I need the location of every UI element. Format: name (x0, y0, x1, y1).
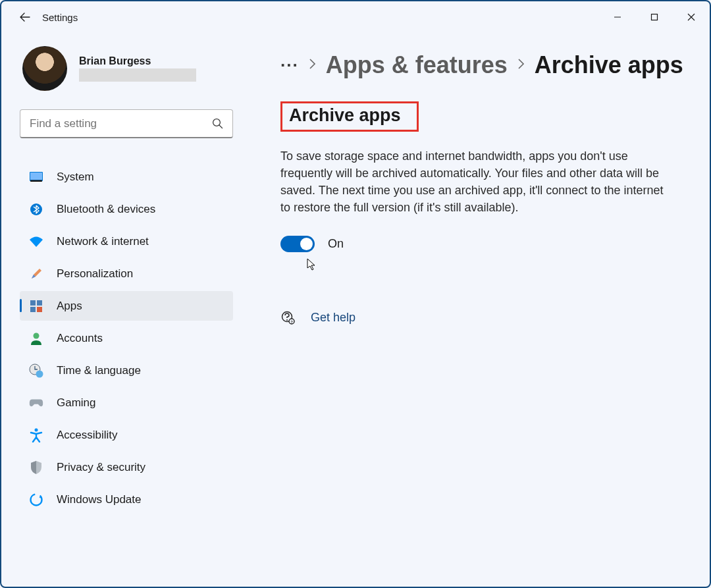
sidebar-item-accounts[interactable]: Accounts (20, 323, 233, 353)
search-icon (212, 118, 223, 129)
sidebar-item-label: Windows Update (57, 493, 142, 506)
sidebar-item-label: Privacy & security (57, 461, 145, 474)
svg-point-16 (286, 319, 288, 321)
breadcrumb-parent[interactable]: Apps & features (326, 51, 508, 79)
close-icon (687, 13, 695, 21)
wifi-icon (29, 234, 43, 249)
sidebar-item-label: Network & internet (57, 235, 149, 248)
close-button[interactable] (673, 4, 710, 30)
sidebar-item-label: Personalization (57, 267, 133, 281)
update-icon (29, 493, 43, 507)
sidebar-item-system[interactable]: System (20, 162, 233, 192)
sidebar-item-label: Time & language (57, 364, 141, 377)
svg-rect-4 (30, 180, 42, 182)
person-icon (29, 331, 43, 346)
archive-apps-toggle[interactable] (280, 236, 315, 252)
clock-globe-icon (29, 363, 43, 378)
svg-rect-8 (30, 307, 36, 312)
profile-email-redacted (79, 68, 196, 82)
breadcrumb-ellipsis[interactable]: ··· (280, 55, 299, 76)
toggle-knob (300, 238, 313, 250)
sidebar-item-label: Gaming (57, 396, 96, 410)
sidebar-item-label: Accessibility (57, 429, 118, 442)
back-button[interactable] (12, 4, 38, 30)
apps-icon (29, 299, 43, 313)
chevron-right-icon (517, 57, 525, 74)
svg-rect-6 (30, 300, 36, 306)
paintbrush-icon (29, 267, 43, 281)
svg-rect-9 (37, 307, 42, 312)
svg-rect-3 (30, 173, 42, 180)
maximize-button[interactable] (636, 4, 673, 30)
sidebar-item-personalization[interactable]: Personalization (20, 259, 233, 288)
minimize-icon (614, 13, 621, 21)
sidebar-item-label: Accounts (57, 332, 103, 345)
bluetooth-icon (29, 202, 43, 217)
profile-name: Brian Burgess (79, 55, 196, 67)
window-title: Settings (42, 12, 78, 23)
search-input[interactable] (30, 117, 212, 130)
svg-point-12 (36, 370, 43, 377)
arrow-left-icon (20, 12, 30, 22)
svg-rect-0 (652, 14, 658, 20)
accessibility-icon (29, 428, 43, 442)
sidebar-item-time-language[interactable]: Time & language (20, 356, 233, 385)
sidebar-item-label: System (57, 171, 94, 184)
maximize-icon (650, 13, 658, 21)
search-box[interactable] (20, 109, 233, 138)
help-icon: ? (280, 310, 295, 325)
svg-point-14 (31, 494, 42, 505)
minimize-button[interactable] (599, 4, 636, 30)
breadcrumb-current: Archive apps (535, 51, 683, 79)
gamepad-icon (29, 396, 43, 410)
system-icon (29, 170, 43, 184)
page-heading: Archive apps (280, 101, 419, 132)
sidebar-item-label: Bluetooth & devices (57, 203, 155, 216)
svg-point-13 (35, 428, 38, 431)
chevron-right-icon (308, 57, 317, 74)
sidebar-item-gaming[interactable]: Gaming (20, 388, 233, 417)
cursor-icon (307, 258, 317, 271)
breadcrumb: ··· Apps & features Archive apps (280, 51, 689, 79)
sidebar-item-network[interactable]: Network & internet (20, 227, 233, 256)
sidebar-item-accessibility[interactable]: Accessibility (20, 420, 233, 450)
avatar (22, 46, 67, 91)
svg-point-10 (34, 333, 40, 338)
sidebar-item-bluetooth[interactable]: Bluetooth & devices (20, 194, 233, 224)
shield-icon (29, 460, 43, 475)
sidebar-item-label: Apps (57, 300, 82, 313)
page-description: To save storage space and internet bandw… (280, 147, 669, 216)
svg-rect-7 (37, 300, 42, 306)
get-help-link[interactable]: Get help (311, 311, 356, 325)
sidebar-item-windows-update[interactable]: Windows Update (20, 485, 233, 514)
sidebar-item-apps[interactable]: Apps (20, 291, 233, 321)
svg-text:?: ? (290, 320, 293, 324)
toggle-state-label: On (328, 237, 344, 251)
sidebar-item-privacy[interactable]: Privacy & security (20, 452, 233, 482)
profile-block[interactable]: Brian Burgess (20, 46, 233, 91)
